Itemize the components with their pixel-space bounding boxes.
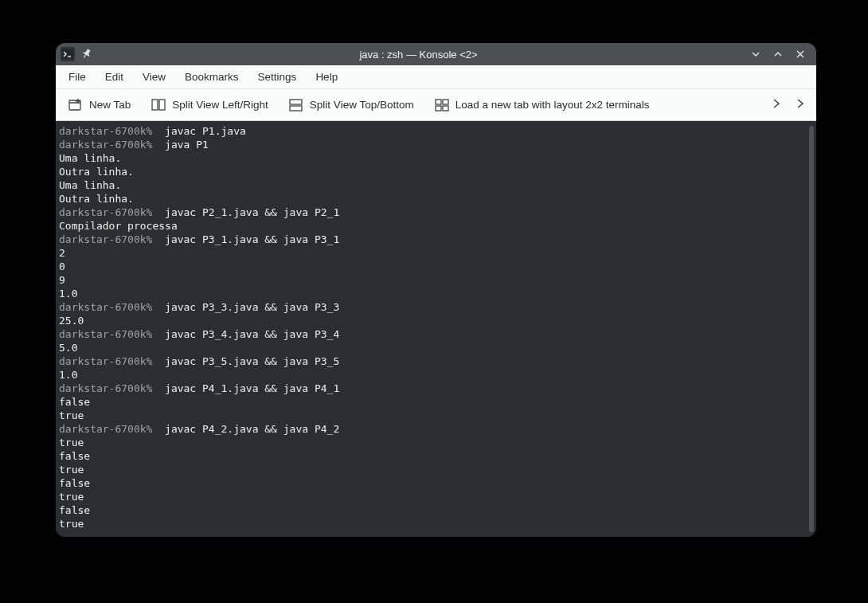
output-text: true [59,437,84,448]
output-text: false [59,504,90,516]
output-text: false [59,477,90,489]
terminal-line: darkstar-6700k% javac P3_4.java && java … [56,327,816,341]
svg-rect-13 [443,106,448,111]
split-lr-button[interactable]: Split View Left/Right [147,96,273,115]
terminal-line: false [56,395,816,409]
terminal-line: false [56,476,816,490]
menu-view[interactable]: View [135,68,174,86]
prompt: darkstar-6700k% [59,301,165,313]
terminal-line: darkstar-6700k% javac P3_3.java && java … [56,300,816,314]
output-text: false [59,396,90,408]
output-text: 0 [59,260,65,272]
split-tb-icon [289,99,303,112]
new-tab-label: New Tab [89,99,131,111]
terminal-line: darkstar-6700k% javac P2_1.java && java … [56,206,816,219]
prompt: darkstar-6700k% [59,423,165,435]
menu-bookmarks[interactable]: Bookmarks [177,68,247,86]
menu-edit[interactable]: Edit [97,68,131,86]
command-text: javac P1.java [165,125,246,137]
minimize-button[interactable] [745,43,767,65]
menu-settings[interactable]: Settings [250,68,305,86]
load-layout-label: Load a new tab with layout 2x2 terminals [456,99,650,111]
terminal-line: false [56,503,816,517]
output-text: 5.0 [59,342,77,354]
terminal-line: true [56,463,816,476]
prompt: darkstar-6700k% [59,233,165,245]
svg-rect-6 [152,100,158,110]
terminal-line: true [56,436,816,449]
output-text: true [59,464,84,476]
output-text: 25.0 [59,315,84,327]
terminal-line: darkstar-6700k% javac P1.java [56,124,816,138]
terminal-line: darkstar-6700k% javac P4_1.java && java … [56,382,816,395]
chevron-right-icon[interactable] [772,97,781,112]
terminal-line: darkstar-6700k% javac P3_5.java && java … [56,354,816,368]
terminal-line: 2 [56,246,816,260]
command-text: java P1 [165,139,209,151]
output-text: Uma linha. [59,179,121,191]
close-button[interactable] [789,43,811,65]
terminal-line: darkstar-6700k% javac P3_1.java && java … [56,233,816,246]
output-text: 9 [59,274,65,286]
terminal-line: true [56,409,816,422]
terminal-line: Outra linha. [56,192,816,206]
prompt: darkstar-6700k% [59,328,165,340]
terminal-line: Uma linha. [56,178,816,192]
split-tb-button[interactable]: Split View Top/Bottom [284,96,419,115]
terminal-icon [61,47,75,61]
terminal-line: Outra linha. [56,165,816,178]
split-lr-label: Split View Left/Right [172,99,268,111]
terminal-line: true [56,517,816,531]
terminal-area[interactable]: darkstar-6700k% javac P1.javadarkstar-67… [56,121,816,537]
svg-rect-8 [290,100,302,104]
new-tab-icon [68,98,83,112]
grid-layout-icon [435,99,449,112]
terminal-line: darkstar-6700k% javac P4_2.java && java … [56,422,816,436]
toolbar: New Tab Split View Left/Right Split View… [56,89,816,121]
output-text: 2 [59,247,65,259]
split-lr-icon [151,99,166,112]
prompt: darkstar-6700k% [59,382,165,394]
svg-rect-11 [443,100,448,104]
konsole-window: java : zsh — Konsole <2> File Edit View … [56,43,816,537]
terminal-output: darkstar-6700k% javac P1.javadarkstar-67… [56,121,816,534]
command-text: javac P3_4.java && java P3_4 [165,328,339,340]
toolbar-chevrons [772,97,808,112]
output-text: Compilador processa [59,220,178,232]
output-text: Outra linha. [59,193,134,205]
command-text: javac P4_2.java && java P4_2 [165,423,339,435]
terminal-line: false [56,449,816,463]
svg-rect-0 [62,49,73,59]
terminal-line: 25.0 [56,314,816,327]
output-text: true [59,491,84,503]
command-text: javac P3_3.java && java P3_3 [165,301,339,313]
prompt: darkstar-6700k% [59,206,165,218]
terminal-line: Compilador processa [56,219,816,233]
terminal-line: 9 [56,273,816,287]
terminal-line: 1.0 [56,368,816,382]
svg-rect-12 [436,106,441,111]
titlebar[interactable]: java : zsh — Konsole <2> [56,43,816,65]
scrollbar[interactable] [809,126,814,532]
output-text: false [59,450,90,462]
menu-file[interactable]: File [61,68,94,86]
svg-rect-2 [69,100,80,110]
command-text: javac P3_1.java && java P3_1 [165,233,339,245]
svg-rect-10 [436,100,441,104]
chevron-right-icon-2[interactable] [796,97,805,112]
terminal-line: 5.0 [56,341,816,354]
window-title: java : zsh — Konsole <2> [92,49,745,61]
terminal-line: Uma linha. [56,151,816,165]
new-tab-button[interactable]: New Tab [64,95,135,116]
output-text: true [59,409,84,421]
pin-icon[interactable] [80,48,92,61]
menubar: File Edit View Bookmarks Settings Help [56,65,816,89]
maximize-button[interactable] [767,43,789,65]
output-text: 1.0 [59,369,77,381]
menu-help[interactable]: Help [307,68,346,86]
load-layout-button[interactable]: Load a new tab with layout 2x2 terminals [430,96,655,115]
prompt: darkstar-6700k% [59,355,165,367]
prompt: darkstar-6700k% [59,125,165,137]
output-text: true [59,518,84,530]
terminal-line: 1.0 [56,287,816,300]
